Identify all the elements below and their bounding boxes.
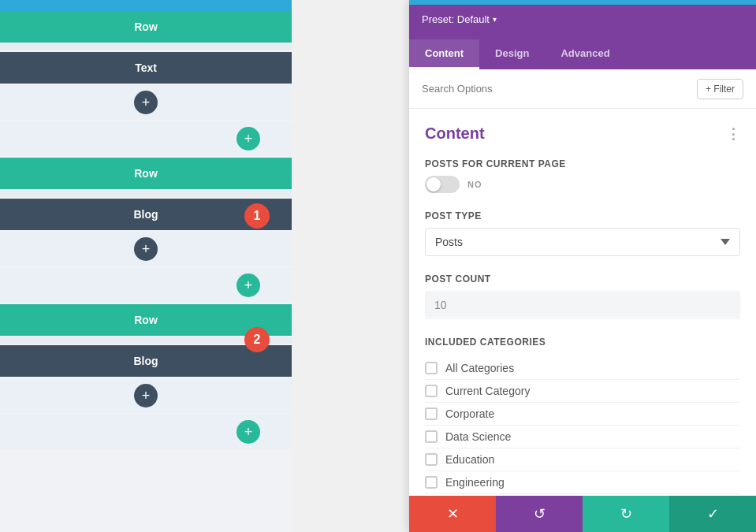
redo-icon: ↻ <box>620 505 632 523</box>
search-bar: + Filter <box>409 69 756 109</box>
preset-arrow-icon: ▾ <box>493 15 497 24</box>
add-btn-green-1[interactable]: + <box>236 127 260 151</box>
category-checkbox-current[interactable] <box>425 385 438 397</box>
category-checkbox-data-science[interactable] <box>425 430 438 443</box>
spacer-2 <box>0 191 292 197</box>
toggle-knob <box>426 177 441 192</box>
tab-design[interactable]: Design <box>479 39 545 69</box>
preset-label[interactable]: Preset: Default <box>422 13 490 25</box>
add-btn-row-1: + <box>0 85 292 120</box>
post-type-group: Post Type Posts Pages Portfolio <box>425 210 740 256</box>
toggle-row: NO <box>425 176 740 193</box>
more-options-icon[interactable]: ⋮ <box>726 125 740 143</box>
add-btn-row-green-1: + <box>0 121 292 156</box>
post-count-group: Post Count <box>425 273 740 319</box>
category-item-education: Education <box>425 448 740 471</box>
category-item-engineering: Engineering <box>425 471 740 494</box>
add-btn-row-green-3: + <box>0 415 292 449</box>
posts-for-current-page-label: Posts For Current Page <box>425 158 740 169</box>
category-item-data-science: Data Science <box>425 426 740 448</box>
top-accent-bar <box>0 0 292 11</box>
category-checkbox-corporate[interactable] <box>425 407 438 420</box>
post-count-input[interactable] <box>425 291 740 319</box>
canvas-area: Row Text + + Row Blog + + Row Blog + + <box>0 0 292 532</box>
bottom-bar: ✕ ↺ ↻ ✓ <box>409 496 756 532</box>
close-icon: ✕ <box>447 505 459 523</box>
add-btn-dark-1[interactable]: + <box>134 91 158 114</box>
row-bar-1[interactable]: Row <box>0 11 292 43</box>
save-icon: ✓ <box>707 505 719 523</box>
category-item-corporate: Corporate <box>425 403 740 426</box>
section-title: Content ⋮ <box>425 125 740 143</box>
close-button[interactable]: ✕ <box>409 496 496 532</box>
badge-1: 1 <box>244 203 270 229</box>
toggle-value-label: NO <box>467 180 482 189</box>
posts-toggle[interactable] <box>425 176 460 193</box>
redo-button[interactable]: ↻ <box>583 496 669 532</box>
tab-content[interactable]: Content <box>409 39 479 69</box>
blog-bar-2[interactable]: Blog <box>0 345 292 377</box>
add-btn-dark-3[interactable]: + <box>134 384 158 407</box>
add-btn-dark-2[interactable]: + <box>134 237 158 261</box>
content-area: Content ⋮ Posts For Current Page NO Post… <box>409 109 756 532</box>
category-label-all: All Categories <box>445 362 514 374</box>
included-categories-group: Included Categories All Categories Curre… <box>425 337 740 517</box>
tab-advanced[interactable]: Advanced <box>545 39 625 69</box>
category-label-corporate: Corporate <box>445 407 494 420</box>
category-item-current: Current Category <box>425 380 740 403</box>
posts-for-current-page-group: Posts For Current Page NO <box>425 158 740 193</box>
preset-bar: Preset: Default ▾ <box>409 5 756 33</box>
category-label-education: Education <box>445 453 494 466</box>
filter-button[interactable]: + Filter <box>697 79 743 99</box>
search-input[interactable] <box>422 83 697 95</box>
category-checkbox-engineering[interactable] <box>425 476 438 489</box>
category-label-current: Current Category <box>445 385 530 397</box>
add-btn-row-green-2: + <box>0 268 292 303</box>
badge-2: 2 <box>244 327 270 352</box>
settings-panel: Preset: Default ▾ Content Design Advance… <box>409 0 756 532</box>
category-item-all: All Categories <box>425 357 740 380</box>
save-button[interactable]: ✓ <box>669 496 756 532</box>
category-label-engineering: Engineering <box>445 476 505 489</box>
undo-icon: ↺ <box>534 505 546 523</box>
tab-bar: Content Design Advanced <box>409 33 756 69</box>
category-label-data-science: Data Science <box>445 430 511 443</box>
add-btn-green-3[interactable]: + <box>236 420 260 444</box>
category-checkbox-education[interactable] <box>425 453 438 466</box>
add-btn-green-2[interactable]: + <box>236 273 260 297</box>
post-count-label: Post Count <box>425 273 740 285</box>
spacer-1 <box>0 44 292 50</box>
included-categories-label: Included Categories <box>425 337 740 348</box>
add-btn-row-3: + <box>0 378 292 413</box>
category-checkbox-all[interactable] <box>425 362 438 374</box>
post-type-select[interactable]: Posts Pages Portfolio <box>425 228 740 256</box>
undo-button[interactable]: ↺ <box>496 496 583 532</box>
text-bar[interactable]: Text <box>0 52 292 84</box>
row-bar-2[interactable]: Row <box>0 158 292 189</box>
add-btn-row-2: + <box>0 232 292 266</box>
post-type-label: Post Type <box>425 210 740 221</box>
